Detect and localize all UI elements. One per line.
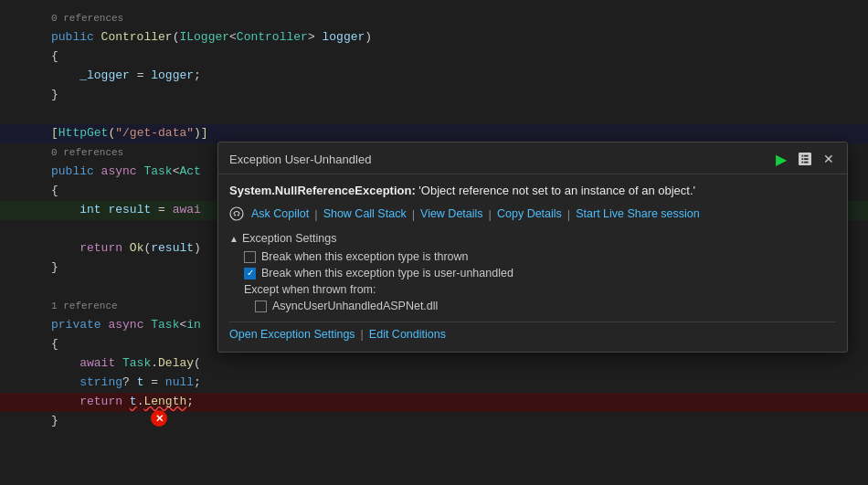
show-call-stack-link[interactable]: Show Call Stack: [323, 207, 407, 220]
svg-point-1: [234, 215, 236, 216]
open-exception-settings-link[interactable]: Open Exception Settings: [229, 328, 355, 341]
exception-links: Ask Copilot | Show Call Stack | View Det…: [229, 206, 836, 221]
copilot-icon: [229, 206, 246, 221]
exception-message: System.NullReferenceException: 'Object r…: [229, 184, 836, 197]
popup-body: System.NullReferenceException: 'Object r…: [218, 174, 847, 352]
start-live-share-link[interactable]: Start Live Share session: [576, 207, 700, 220]
edit-conditions-link[interactable]: Edit Conditions: [369, 328, 446, 341]
ask-copilot-link[interactable]: Ask Copilot: [251, 207, 309, 220]
error-badge: ✕: [151, 410, 167, 427]
exception-settings: ▲ Exception Settings Break when this exc…: [229, 232, 836, 341]
dll-row: AsyncUserUnhandledASPNet.dll: [229, 300, 836, 312]
code-line: }: [0, 412, 868, 431]
code-line: await Task.Delay(: [0, 354, 868, 374]
continue-button[interactable]: ▶: [772, 150, 790, 168]
settings-header: ▲ Exception Settings: [229, 232, 836, 245]
copy-details-link[interactable]: Copy Details: [497, 207, 562, 220]
checkbox-row-2: Break when this exception type is user-u…: [229, 267, 836, 279]
popup-header: Exception User-Unhandled ▶ ✕: [218, 142, 847, 174]
checkbox-row-1: Break when this exception type is thrown: [229, 250, 836, 263]
popup-title: Exception User-Unhandled: [229, 153, 371, 166]
break-unhandled-checkbox[interactable]: [244, 268, 256, 279]
exception-popup: Exception User-Unhandled ▶ ✕ System.Null…: [217, 142, 848, 353]
code-line: [0, 105, 868, 124]
code-line: }: [0, 86, 868, 105]
dll-checkbox[interactable]: [255, 300, 267, 312]
settings-links: Open Exception Settings | Edit Condition…: [229, 322, 836, 341]
except-label: Except when thrown from:: [229, 283, 836, 296]
code-line: public Controller(ILogger<Controller> lo…: [0, 28, 868, 47]
triangle-icon: ▲: [229, 234, 238, 244]
close-button[interactable]: ✕: [820, 150, 838, 168]
break-thrown-checkbox[interactable]: [244, 251, 256, 263]
code-line: _logger = logger;: [0, 67, 868, 86]
svg-point-0: [230, 207, 243, 220]
popup-icons: ▶ ✕: [772, 150, 838, 168]
svg-point-2: [238, 215, 239, 216]
code-line: {: [0, 47, 868, 67]
error-code-line: return t.Length;: [0, 393, 868, 412]
code-line: 0 references: [0, 9, 868, 28]
code-line: string? t = null;: [0, 374, 868, 393]
code-line: [HttpGet("/get-data")]: [0, 124, 868, 143]
pin-button[interactable]: [796, 150, 814, 168]
view-details-link[interactable]: View Details: [420, 207, 483, 220]
